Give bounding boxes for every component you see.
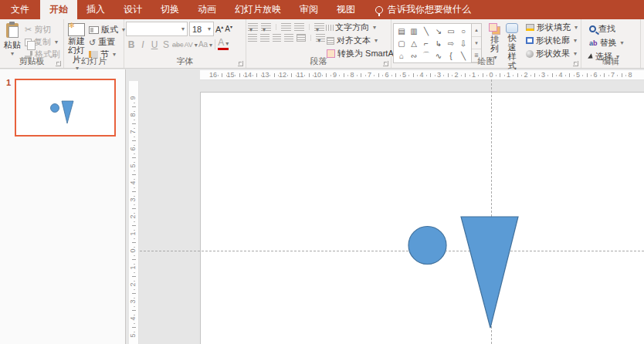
oval-shape[interactable] [51, 104, 59, 113]
bullets-button[interactable] [248, 23, 258, 31]
quick-styles-button[interactable]: 快速样式 [503, 22, 521, 58]
align-center-button[interactable] [260, 34, 269, 42]
font-color-button[interactable]: A [218, 39, 229, 50]
shape-fill-button[interactable]: 形状填充 [524, 22, 579, 33]
shape-gallery-item[interactable]: ○ [457, 25, 469, 37]
oval-shape[interactable] [408, 227, 446, 265]
arrange-button[interactable]: 排列 [486, 22, 503, 58]
slide-canvas[interactable] [200, 92, 644, 344]
shape-outline-button[interactable]: 形状轮廓 [524, 35, 579, 46]
tab-design[interactable]: 设计 [114, 0, 151, 19]
cut-button[interactable]: ✂剪切 [23, 24, 62, 35]
group-drawing: ▤▥╲↘▭○▢△⌐↳⇨⇩⌂∾⌒∿{╲ ▴ ▾ ≣ 排列 快速样式 形状填充 形状… [391, 19, 581, 68]
reset-icon: ↺ [89, 39, 96, 46]
group-slides: 新建幻灯片 版式 ↺重置 节 幻灯片 [64, 19, 124, 68]
justify-button[interactable] [284, 34, 293, 42]
ruler-number: 7 [368, 71, 371, 79]
shape-fill-icon [526, 24, 534, 31]
ruler-number: 9 [333, 71, 337, 79]
shape-gallery-item[interactable]: ▭ [445, 25, 457, 37]
clipboard-dialog-launcher-icon[interactable] [56, 61, 61, 66]
tab-home[interactable]: 开始 [40, 0, 77, 19]
slide-number: 1 [6, 78, 11, 87]
slides-group-label: 幻灯片 [64, 56, 124, 67]
font-size-combobox[interactable]: 18 [189, 22, 214, 36]
ruler-number: 14 [244, 71, 252, 79]
drawing-group-label: 绘图 [391, 56, 581, 67]
horizontal-ruler[interactable]: 16151413121110987654321012345678 [200, 70, 644, 80]
strikethrough-button[interactable]: abc [172, 41, 184, 49]
italic-button[interactable]: I [137, 39, 148, 50]
layout-button[interactable]: 版式 [87, 24, 127, 35]
quick-styles-icon [506, 23, 518, 33]
ruler-number: 1 [129, 265, 137, 269]
tab-file[interactable]: 文件 [0, 0, 40, 19]
tell-me-box[interactable]: 告诉我你想要做什么 [368, 0, 479, 19]
ruler-number: 0 [489, 71, 493, 79]
gallery-up-icon[interactable]: ▴ [472, 24, 481, 37]
text-shadow-button[interactable]: S [161, 39, 171, 50]
ruler-number: 4 [558, 71, 562, 79]
paste-button[interactable]: 粘贴 ▾ [2, 22, 23, 58]
align-left-button[interactable] [248, 34, 257, 42]
shape-gallery-item[interactable]: ▥ [408, 25, 420, 37]
align-right-button[interactable] [273, 34, 282, 42]
underline-button[interactable]: U [149, 39, 160, 50]
character-spacing-button[interactable]: AV [185, 41, 198, 49]
font-dialog-launcher-icon[interactable] [238, 61, 243, 66]
columns-button[interactable] [316, 34, 325, 42]
new-slide-button[interactable]: 新建幻灯片 [66, 22, 87, 58]
cut-icon: ✂ [25, 25, 32, 35]
increase-indent-button[interactable] [294, 23, 304, 31]
bold-button[interactable]: B [126, 39, 137, 50]
ruler-number: 6 [593, 71, 597, 79]
ruler-number: 8 [129, 113, 137, 116]
ruler-number: 8 [350, 71, 354, 79]
ruler-number: 5 [129, 333, 137, 337]
vertical-ruler[interactable]: 987654321012345 [129, 81, 139, 344]
triangle-shape[interactable] [62, 101, 73, 123]
tab-animations[interactable]: 动画 [188, 0, 225, 19]
reset-button[interactable]: ↺重置 [87, 36, 127, 48]
distribute-button[interactable] [297, 34, 306, 42]
shape-gallery-item[interactable]: ⇨ [445, 37, 457, 49]
shape-gallery-item[interactable]: ↘ [432, 25, 445, 37]
slide-editor: 16151413121110987654321012345678 9876543… [126, 69, 644, 344]
replace-button[interactable]: ab替换 [588, 37, 625, 49]
shape-gallery-item[interactable]: ⇩ [457, 37, 469, 49]
paragraph-dialog-launcher-icon[interactable] [383, 61, 388, 66]
shape-gallery-item[interactable]: △ [408, 37, 420, 49]
thumbnail-shapes [16, 80, 114, 135]
ruler-number: 5 [576, 71, 580, 79]
shape-gallery-item[interactable]: ↳ [432, 37, 445, 49]
workspace: 1 16151413121110987654321012345678 98765… [0, 69, 644, 344]
ruler-number: 2 [454, 71, 458, 79]
ruler-number: 12 [279, 71, 286, 79]
slide-thumbnail[interactable] [15, 79, 116, 137]
slide-thumbnail-panel[interactable]: 1 [0, 69, 126, 344]
find-button[interactable]: 查找 [588, 23, 625, 35]
decrease-indent-button[interactable] [281, 23, 291, 31]
drawing-dialog-launcher-icon[interactable] [573, 61, 578, 66]
change-case-button[interactable]: Aa [198, 40, 212, 49]
grow-font-button[interactable]: A▴ [215, 24, 223, 34]
tab-review[interactable]: 审阅 [290, 0, 327, 19]
gallery-down-icon[interactable]: ▾ [472, 37, 481, 50]
tab-view[interactable]: 视图 [327, 0, 364, 19]
numbering-button[interactable] [261, 23, 271, 31]
tab-transitions[interactable]: 切换 [151, 0, 188, 19]
shape-gallery-item[interactable]: ╲ [420, 25, 432, 37]
line-spacing-button[interactable] [314, 23, 324, 31]
ruler-number: 3 [129, 197, 137, 201]
font-name-combobox[interactable] [126, 22, 188, 36]
tab-slideshow[interactable]: 幻灯片放映 [225, 0, 290, 19]
align-text-icon [327, 37, 334, 45]
shape-gallery-item[interactable]: ⌐ [420, 37, 432, 49]
shape-gallery-item[interactable]: ▤ [395, 25, 408, 37]
shape-gallery-item[interactable]: ▢ [395, 37, 408, 49]
tab-insert[interactable]: 插入 [77, 0, 114, 19]
find-icon [589, 25, 596, 32]
horizontal-guide[interactable] [140, 251, 644, 251]
shrink-font-button[interactable]: A▾ [225, 24, 232, 33]
copy-button[interactable]: 复制 [23, 36, 62, 48]
